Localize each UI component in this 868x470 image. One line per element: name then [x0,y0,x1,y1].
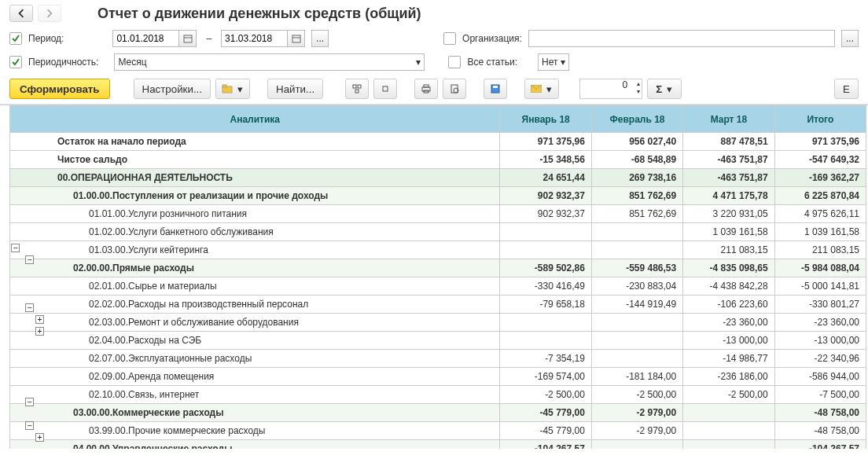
cell-value: -7 354,19 [500,350,591,368]
table-row[interactable]: 02.00.00.Прямые расходы-589 502,86-559 4… [10,259,866,277]
cell-value [591,440,682,450]
col-header-m3[interactable]: Март 18 [683,106,774,133]
envelope-icon [531,85,542,93]
tree-expand-icon [351,83,362,94]
col-header-m1[interactable]: Январь 18 [500,106,591,133]
cell-value: 4 975 626,11 [774,205,866,223]
settings-button[interactable]: Настройки... [134,79,211,99]
tree-expand-toggle[interactable]: − [25,398,34,406]
tree-expand-toggle[interactable]: + [35,315,44,324]
spinner-down[interactable]: ▾ [637,88,640,96]
spinner-up[interactable]: ▴ [637,80,640,88]
collapse-tree-button[interactable] [373,79,397,99]
tree-expand-toggle[interactable]: + [35,433,44,442]
org-input[interactable] [528,30,835,47]
cell-value: 851 762,69 [591,187,682,205]
chevron-down-icon: ▾ [665,83,673,95]
cell-value: -48 758,00 [774,404,866,422]
table-row[interactable]: 01.02.00.Услуги банкетного обслуживания1… [10,223,866,241]
folder-icon [222,83,233,94]
cell-value: -45 779,00 [500,422,591,440]
table-row[interactable]: 04.00.00.Управленческие расходы-104 267,… [10,440,866,450]
table-row[interactable]: 03.00.00.Коммерческие расходы-45 779,00-… [10,404,866,422]
chevron-down-icon: ▾ [236,83,244,95]
cell-value: 6 225 870,84 [774,187,866,205]
cell-analytic: 02.03.00.Ремонт и обслуживание оборудова… [10,314,500,332]
table-row[interactable]: 02.09.00.Аренда помещения-169 574,00-181… [10,368,866,386]
cell-value: -23 360,00 [774,314,866,332]
col-header-analytic[interactable]: Аналитика [10,106,500,133]
more-button[interactable]: Е [834,79,859,99]
cell-value [591,350,682,368]
cell-analytic: 01.03.00.Услуги кейтеринга [10,241,500,259]
org-checkbox[interactable] [443,32,456,45]
all-articles-select[interactable]: Нет ▾ [538,53,569,71]
cell-analytic: 04.00.00.Управленческие расходы [10,440,500,450]
nav-forward-button[interactable] [38,5,61,22]
svg-rect-9 [383,86,388,91]
table-row[interactable]: 02.07.00.Эксплуатационные расходы-7 354,… [10,350,866,368]
cell-value: -2 979,00 [591,404,682,422]
tree-expand-toggle[interactable]: − [25,255,34,264]
cell-value: -45 779,00 [500,404,591,422]
cell-value: -169 362,27 [774,169,866,187]
table-row[interactable]: 01.03.00.Услуги кейтеринга211 083,15211 … [10,241,866,259]
tree-expand-toggle[interactable]: − [25,421,34,430]
table-row[interactable]: 02.04.00.Расходы на СЭБ-13 000,00-13 000… [10,332,866,350]
tree-expand-toggle[interactable]: + [35,327,44,336]
sigma-button[interactable]: Σ ▾ [647,79,682,99]
preview-icon [449,83,460,94]
org-picker-button[interactable]: ... [841,30,859,47]
table-row[interactable]: 02.02.00.Расходы на производственный пер… [10,296,866,314]
cell-analytic: 00.ОПЕРАЦИОННАЯ ДЕЯТЕЛЬНОСТЬ [10,169,500,187]
table-row[interactable]: 03.99.00.Прочие коммерческие расходы-45 … [10,422,866,440]
col-header-m2[interactable]: Февраль 18 [591,106,682,133]
table-row[interactable]: Чистое сальдо-15 348,56-68 548,89-463 75… [10,151,866,169]
periodicity-checkbox[interactable] [9,56,22,68]
cell-analytic: 03.99.00.Прочие коммерческие расходы [10,422,500,440]
print-button[interactable] [414,79,438,99]
all-articles-checkbox[interactable] [448,56,461,68]
period-checkbox[interactable] [9,32,22,45]
cell-value: -589 502,86 [500,259,591,277]
find-button[interactable]: Найти... [267,79,323,99]
preview-button[interactable] [443,79,466,99]
table-row[interactable]: 02.03.00.Ремонт и обслуживание оборудова… [10,314,866,332]
table-row[interactable]: Остаток на начало периода971 375,96956 0… [10,133,866,151]
report-grid: Аналитика Январь 18 Февраль 18 Март 18 И… [9,105,866,449]
email-button[interactable]: ▾ [524,79,559,99]
table-row[interactable]: 02.10.00.Связь, интернет-2 500,00-2 500,… [10,386,866,404]
date-to-calendar-button[interactable] [288,30,305,47]
generate-button[interactable]: Сформировать [9,79,110,99]
all-articles-value: Нет [542,57,557,68]
date-from-calendar-button[interactable] [179,30,197,47]
cell-value: -547 649,32 [774,151,866,169]
cell-value: -2 500,00 [500,386,591,404]
periodicity-select[interactable]: Месяц ▾ [114,53,425,71]
level-spinner[interactable]: 0 ▴▾ [579,79,642,99]
cell-value [591,223,682,241]
save-button[interactable] [484,79,507,99]
table-row[interactable]: 01.00.00.Поступления от реализации и про… [10,187,866,205]
table-row[interactable]: 02.01.00.Сырье и материалы-330 416,49-23… [10,277,866,296]
cell-value: 1 039 161,58 [683,223,774,241]
col-header-total[interactable]: Итого [774,106,866,133]
cell-value: 956 027,40 [591,133,682,151]
variants-button[interactable]: ▾ [215,79,250,99]
cell-value: -230 883,04 [591,277,682,296]
chevron-down-icon: ▾ [561,57,565,68]
chevron-down-icon: ▾ [416,57,421,68]
cell-value: -79 658,18 [500,296,591,314]
tree-expand-toggle[interactable]: − [25,303,34,312]
cell-value: -48 758,00 [774,422,866,440]
svg-rect-8 [355,90,359,93]
date-from-input[interactable] [112,30,179,47]
nav-back-button[interactable] [9,5,33,22]
cell-value: -4 438 842,28 [683,277,774,296]
table-row[interactable]: 00.ОПЕРАЦИОННАЯ ДЕЯТЕЛЬНОСТЬ24 651,44269… [10,169,866,187]
period-picker-button[interactable]: ... [311,30,329,47]
date-to-input[interactable] [221,30,288,47]
tree-expand-toggle[interactable]: − [11,244,20,252]
expand-tree-button[interactable] [345,79,369,99]
table-row[interactable]: 01.01.00.Услуги розничного питания902 93… [10,205,866,223]
